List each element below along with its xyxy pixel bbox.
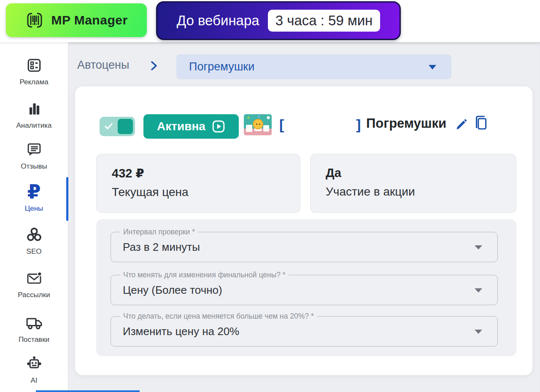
strategy-card: Активна [ ] Погремушки [75, 86, 532, 375]
price-change-target-select[interactable]: Что менять для изменения финальной цены?… [111, 275, 498, 305]
current-price-value: 432 ₽ [112, 166, 300, 180]
sidebar-item-reviews[interactable]: Отзывы [0, 140, 68, 171]
current-price-label: Текущая цена [112, 185, 300, 199]
price-jump-action-select[interactable]: Что делать, если цена меняется больше че… [111, 316, 498, 346]
strategy-dropdown-value: Погремушки [189, 60, 254, 73]
play-icon [212, 120, 225, 133]
check-icon [104, 122, 113, 131]
thumb-toy-eye [259, 124, 260, 125]
strategy-title: Погремушки [366, 116, 446, 131]
sidebar-item-seo[interactable]: SEO [0, 225, 68, 256]
mp-manager-logo[interactable]: MP Manager [6, 3, 147, 37]
sidebar-item-label: Рассылки [0, 291, 68, 299]
sidebar-item-label: Цены [0, 204, 68, 213]
bracket-open: [ [279, 116, 284, 133]
sidebar-item-label: Аналитика [0, 121, 68, 130]
sidebar-item-label: SEO [0, 247, 68, 256]
check-interval-select[interactable]: Интервал проверки * Раз в 2 минуты [111, 232, 498, 262]
dropdown-arrow-icon [429, 65, 436, 70]
copy-icon[interactable] [473, 114, 489, 131]
price-change-target-value: Цену (Более точно) [123, 284, 222, 297]
thumb-toy [258, 115, 260, 118]
sidebar-item-prices[interactable]: ₽ Цены [0, 182, 68, 213]
active-toggle[interactable] [100, 117, 135, 136]
strategy-settings-form: Интервал проверки * Раз в 2 минуты Что м… [96, 219, 516, 356]
dropdown-arrow-icon [475, 330, 482, 334]
thumb-badge [267, 116, 270, 119]
analytics-icon [0, 99, 68, 118]
strategy-dropdown[interactable]: Погремушки [176, 54, 451, 79]
status-button[interactable]: Активна [143, 114, 239, 139]
top-header: MP Manager До вебинара 3 часа : 59 мин [0, 0, 540, 42]
webinar-label: До вебинара [177, 13, 259, 29]
promo-participation-value: Да [326, 166, 516, 180]
check-interval-label: Интервал проверки * [120, 228, 198, 236]
thumb-toy-lion [253, 119, 263, 129]
chevron-right-icon [150, 60, 158, 71]
edit-icon[interactable] [454, 118, 468, 132]
mailing-icon [0, 268, 68, 288]
thumb-box [246, 125, 252, 132]
thumb-toy-eye [256, 124, 257, 125]
breadcrumb-autoprices[interactable]: Автоцены [77, 59, 129, 72]
barcode-icon [25, 11, 44, 30]
status-label: Активна [157, 120, 205, 133]
sidebar-item-ads[interactable]: Реклама [0, 56, 68, 86]
thumb-box [263, 125, 269, 132]
thumb-toy [247, 116, 250, 119]
sidebar-item-label: AI [0, 376, 68, 385]
webinar-countdown: 3 часа : 59 мин [268, 10, 381, 32]
sidebar-item-supplies[interactable]: Поставки [0, 313, 68, 344]
product-thumbnail[interactable] [244, 114, 272, 135]
sidebar-item-label: Отзывы [0, 162, 68, 171]
promo-participation-card: Да Участие в акции [310, 154, 516, 213]
webinar-banner[interactable]: До вебинара 3 часа : 59 мин [156, 1, 401, 40]
dropdown-arrow-icon [475, 288, 482, 293]
sidebar-item-ai[interactable]: AI [0, 354, 68, 385]
bottom-accent-line [36, 390, 140, 392]
check-interval-value: Раз в 2 минуты [123, 241, 200, 254]
active-nav-indicator [66, 177, 68, 221]
price-jump-action-value: Изменить цену на 20% [123, 325, 239, 338]
ruble-icon: ₽ [0, 182, 68, 201]
dropdown-arrow-icon [475, 245, 482, 250]
bracket-close: ] [356, 116, 361, 133]
sidebar-item-label: Реклама [0, 78, 68, 86]
price-jump-action-label: Что делать, если цена меняется больше че… [120, 312, 317, 321]
seo-icon [0, 225, 68, 244]
price-change-target-label: Что менять для изменения финальной цены?… [120, 271, 289, 279]
promo-participation-label: Участие в акции [326, 185, 516, 199]
robot-icon [0, 354, 68, 373]
sidebar-item-analytics[interactable]: Аналитика [0, 99, 68, 130]
sidebar-item-label: Поставки [0, 336, 68, 344]
toggle-knob [118, 119, 133, 134]
truck-icon [0, 313, 68, 333]
reviews-icon [0, 140, 68, 159]
sidebar-item-mailings[interactable]: Рассылки [0, 268, 68, 299]
sidebar-nav: Реклама Аналитика Отзывы ₽ Цены [0, 42, 68, 392]
logo-label: MP Manager [51, 13, 127, 27]
ads-icon [0, 56, 68, 75]
current-price-card: 432 ₽ Текущая цена [96, 154, 300, 213]
